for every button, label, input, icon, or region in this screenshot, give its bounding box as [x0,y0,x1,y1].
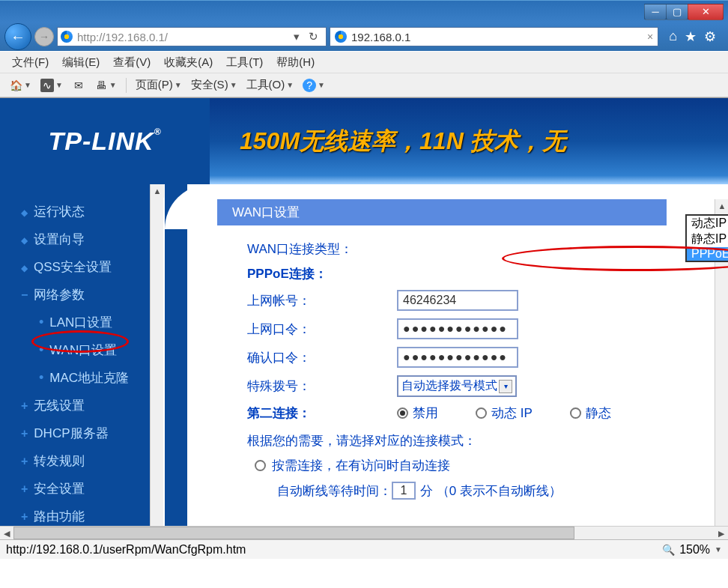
url-input[interactable]: http://192.168.0.1/ ▾ ↻ [57,27,327,46]
window-titlebar: ─ ▢ ✕ [0,0,728,22]
mail-button[interactable]: ✉ [69,77,88,94]
tab-close-icon[interactable]: × [647,31,653,43]
second-conn-disable-radio[interactable]: 禁用 [397,404,438,422]
radio-icon [397,407,408,419]
menu-favorites[interactable]: 收藏夹(A) [158,53,219,72]
url-text: http://192.168.0.1/ [77,31,168,43]
sidebar-item-5[interactable]: WAN口设置 [21,336,150,364]
sidebar-item-6[interactable]: MAC地址克隆 [21,364,150,392]
zoom-icon[interactable]: 🔍 [662,544,675,556]
second-conn-dynamic-radio[interactable]: 动态 IP [476,404,533,422]
sidebar-item-8[interactable]: DHCP服务器 [21,419,150,447]
settings-gear-icon[interactable]: ⚙ [704,28,716,45]
confirm-password-input[interactable]: ●●●●●●●●●●●● [397,347,518,368]
radio-icon [255,460,266,471]
status-bar: http://192.168.0.1/userRpm/WanCfgRpm.htm… [0,539,728,559]
scroll-up-icon[interactable]: ▲ [715,199,728,213]
status-url: http://192.168.0.1/userRpm/WanCfgRpm.htm [6,543,246,557]
scroll-left-icon[interactable]: ◀ [0,527,13,539]
wan-type-option-pppoe[interactable]: PPPoE [687,247,728,261]
command-bar: 🏠▼ ∿▼ ✉ 🖶▼ 页面(P) ▼ 安全(S) ▼ 工具(O) ▼ ?▼ [0,73,728,97]
password-input[interactable]: ●●●●●●●●●●●● [397,318,518,339]
mail-icon: ✉ [72,79,85,92]
home-icon: 🏠 [9,79,22,92]
page-menu[interactable]: 页面(P) ▼ [133,76,185,94]
chevron-down-icon[interactable]: ▾ [499,380,512,393]
special-dial-label: 特殊拨号： [247,378,397,395]
account-input[interactable] [397,290,518,311]
horizontal-scrollbar[interactable]: ◀ ▶ [0,526,728,539]
address-bar: ← → http://192.168.0.1/ ▾ ↻ 192.168.0.1 … [0,22,728,51]
sidebar-item-9[interactable]: 转发规则 [21,447,150,475]
on-demand-radio[interactable]: 按需连接，在有访问时自动连接 [255,457,450,474]
page-content: TP-LINK® 150M无线速率，11N 技术，无 运行状态设置向导QSS安全… [0,97,728,539]
wan-type-label: WAN口连接类型： [247,240,397,258]
browser-tab[interactable]: 192.168.0.1 × [330,27,658,46]
menu-edit[interactable]: 编辑(E) [56,53,106,72]
menu-view[interactable]: 查看(V) [107,53,157,72]
favorites-icon[interactable]: ★ [685,28,697,45]
sidebar-item-3[interactable]: 网络参数 [21,281,150,309]
ie-icon [61,31,73,43]
close-button[interactable]: ✕ [688,4,724,20]
sidebar-item-2[interactable]: QSS安全设置 [21,253,150,281]
radio-icon [570,407,581,419]
wan-type-dropdown-list[interactable]: 动态IP 静态IP PPPoE [685,214,728,262]
sidebar-item-10[interactable]: 安全设置 [21,475,150,503]
idle-time-input[interactable] [392,482,416,500]
sidebar-nav: 运行状态设置向导QSS安全设置网络参数LAN口设置WAN口设置MAC地址克隆无线… [0,184,150,539]
feeds-button[interactable]: ∿▼ [37,77,66,94]
password-label: 上网口令： [247,321,397,338]
special-dial-select[interactable]: 自动选择拨号模式 ▾ [397,375,517,397]
banner: TP-LINK® 150M无线速率，11N 技术，无 [0,98,728,184]
account-label: 上网帐号： [247,292,397,309]
panel-title: WAN口设置 [217,199,667,225]
pppoe-heading: PPPoE连接： [247,265,397,282]
second-conn-static-radio[interactable]: 静态 [570,404,611,422]
zoom-dropdown-icon[interactable]: ▼ [715,545,722,554]
idle-time-label: 自动断线等待时间： [277,482,392,500]
banner-tagline: 150M无线速率，11N 技术，无 [240,125,566,158]
menu-bar: 文件(F) 编辑(E) 查看(V) 收藏夹(A) 工具(T) 帮助(H) [0,51,728,73]
wan-type-option-static[interactable]: 静态IP [687,231,728,247]
scroll-right-icon[interactable]: ▶ [715,527,728,539]
logo: TP-LINK® [0,98,210,184]
help-button[interactable]: ?▼ [300,77,328,94]
idle-time-suffix: 分 （0 表示不自动断线） [420,482,562,500]
refresh-icon[interactable]: ↻ [304,30,323,43]
tools-menu[interactable]: 工具(O) ▼ [243,76,297,94]
ie-icon [335,31,347,43]
tab-title: 192.168.0.1 [351,31,410,43]
nav-forward-button[interactable]: → [34,27,54,46]
menu-help[interactable]: 帮助(H) [270,53,321,72]
zoom-level: 150% [679,543,710,557]
sidebar-scrollbar[interactable]: ▲ ▼ [150,184,163,539]
mode-hint-text: 根据您的需要，请选择对应的连接模式： [247,432,476,449]
sidebar-item-1[interactable]: 设置向导 [21,225,150,253]
maximize-button[interactable]: ▢ [666,4,688,20]
sidebar-item-7[interactable]: 无线设置 [21,392,150,419]
scroll-up-icon[interactable]: ▲ [151,184,164,198]
print-button[interactable]: 🖶▼ [91,77,120,94]
menu-file[interactable]: 文件(F) [6,53,55,72]
second-conn-label: 第二连接： [247,404,397,422]
menu-tools[interactable]: 工具(T) [220,53,269,72]
banner-image: 150M无线速率，11N 技术，无 [210,98,728,184]
rss-icon: ∿ [40,79,54,92]
radio-icon [476,407,487,419]
help-icon: ? [303,79,316,92]
sidebar-item-4[interactable]: LAN口设置 [21,309,150,336]
safety-menu[interactable]: 安全(S) ▼ [188,76,240,94]
url-dropdown-icon[interactable]: ▾ [289,30,304,43]
confirm-password-label: 确认口令： [247,349,397,366]
home-icon[interactable]: ⌂ [669,28,677,45]
logo-text: TP-LINK® [49,127,162,156]
nav-back-button[interactable]: ← [4,23,31,50]
wan-type-option-dynamic[interactable]: 动态IP [687,216,728,231]
sidebar-item-0[interactable]: 运行状态 [21,198,150,225]
printer-icon: 🖶 [94,79,108,92]
home-button[interactable]: 🏠▼ [6,77,34,94]
scrollbar-thumb[interactable] [13,527,574,539]
minimize-button[interactable]: ─ [644,4,667,20]
special-dial-value: 自动选择拨号模式 [401,378,497,394]
